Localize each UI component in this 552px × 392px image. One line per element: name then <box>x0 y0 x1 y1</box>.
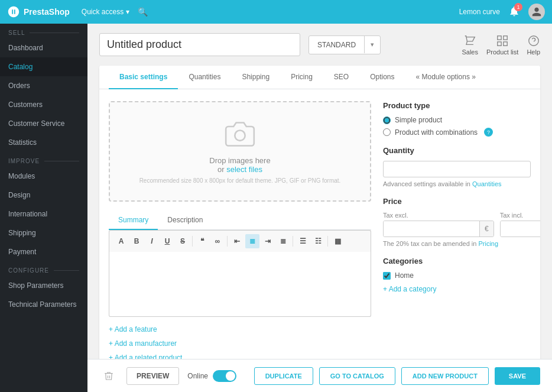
logo[interactable]: PrestaShop <box>7 5 70 18</box>
toolbar-italic[interactable]: I <box>145 234 159 248</box>
tab-basic-settings[interactable]: Basic settings <box>109 66 178 89</box>
help-button[interactable]: Help <box>527 34 540 56</box>
add-manufacturer-link[interactable]: + Add a manufacturer <box>109 339 371 348</box>
sidebar-item-statistics[interactable]: Statistics <box>0 133 87 152</box>
sidebar-item-shipping[interactable]: Shipping <box>0 223 87 242</box>
tax-note: The 20% tax can be amended in Pricing <box>383 240 531 247</box>
user-avatar[interactable] <box>528 4 545 20</box>
home-checkbox[interactable] <box>383 272 391 280</box>
pricing-link[interactable]: Pricing <box>478 240 498 247</box>
product-type-select[interactable]: STANDARD ▾ <box>309 35 381 54</box>
quantities-link[interactable]: Quantities <box>472 180 502 187</box>
tab-pricing[interactable]: Pricing <box>280 66 323 89</box>
toolbar-underline[interactable]: U <box>160 234 174 248</box>
main-content: STANDARD ▾ Sales Product list Help Basic… <box>87 24 552 392</box>
tab-module-options[interactable]: « Module options » <box>405 66 486 89</box>
duplicate-button[interactable]: DUPLICATE <box>254 367 313 385</box>
online-toggle: Online <box>187 370 236 382</box>
bottom-bar-right: DUPLICATE GO TO CATALOG ADD NEW PRODUCT … <box>254 367 540 385</box>
toolbar-justify[interactable]: ≣ <box>276 234 290 248</box>
bottom-bar: PREVIEW Online DUPLICATE GO TO CATALOG A… <box>87 359 552 392</box>
editor-tabs: Summary Description <box>109 211 371 230</box>
sidebar-item-shop-parameters[interactable]: Shop Parameters <box>0 276 87 295</box>
sidebar-item-dashboard[interactable]: Dashboard <box>0 38 87 57</box>
radio-combinations[interactable]: Product with combinations ? <box>383 128 531 137</box>
price-excl-input-wrap: € <box>383 221 494 237</box>
sidebar-item-orders[interactable]: Orders <box>0 76 87 95</box>
product-type-caret[interactable]: ▾ <box>364 36 380 53</box>
toolbar-table[interactable]: ▦ <box>330 234 345 248</box>
price-incl-label: Tax incl. <box>500 212 540 219</box>
product-type-label: STANDARD <box>309 36 364 54</box>
product-title-input[interactable] <box>99 33 300 56</box>
tab-seo[interactable]: SEO <box>323 66 359 89</box>
price-incl-input[interactable] <box>501 221 540 237</box>
image-upload-area[interactable]: Drop images here or select files Recomme… <box>109 101 371 202</box>
add-feature-link[interactable]: + Add a feature <box>109 325 371 333</box>
add-category-link[interactable]: + Add a category <box>383 285 436 293</box>
add-new-product-button[interactable]: ADD NEW PRODUCT <box>401 367 489 385</box>
sidebar-item-design[interactable]: Design <box>0 186 87 205</box>
tab-shipping[interactable]: Shipping <box>231 66 280 89</box>
combinations-tooltip[interactable]: ? <box>484 128 493 137</box>
toolbar-link[interactable]: ∞ <box>210 234 225 248</box>
toolbar-align-center[interactable]: ≣ <box>245 234 259 248</box>
svg-rect-0 <box>498 35 501 39</box>
editor-tab-summary[interactable]: Summary <box>109 211 158 230</box>
feature-links: + Add a feature + Add a manufacturer + A… <box>109 325 371 362</box>
notification-count: 1 <box>514 3 522 11</box>
sidebar-item-customers[interactable]: Customers <box>0 95 87 114</box>
sidebar-item-modules[interactable]: Modules <box>0 167 87 186</box>
sidebar-item-customer-service[interactable]: Customer Service <box>0 114 87 133</box>
online-toggle-switch[interactable] <box>213 370 236 382</box>
toolbar-bold[interactable]: B <box>129 234 144 248</box>
toolbar-font[interactable]: A <box>114 234 128 248</box>
content-left: Drop images here or select files Recomme… <box>109 101 371 362</box>
tab-options[interactable]: Options <box>359 66 405 89</box>
categories-title: Categories <box>383 257 531 265</box>
sidebar-item-catalog[interactable]: Catalog <box>0 57 87 76</box>
sidebar-item-technical-parameters[interactable]: Technical Parameters <box>0 295 87 314</box>
product-header: STANDARD ▾ Sales Product list Help <box>99 33 540 56</box>
radio-simple-product[interactable]: Simple product <box>383 116 531 124</box>
save-button[interactable]: SAVE <box>495 367 540 385</box>
select-files-link[interactable]: select files <box>226 165 262 174</box>
svg-rect-3 <box>504 41 507 45</box>
toolbar-strikethrough[interactable]: S <box>176 234 190 248</box>
svg-point-4 <box>528 35 538 46</box>
categories-section: Categories Home + Add a category <box>383 257 531 293</box>
toolbar-ol[interactable]: ☷ <box>311 234 325 248</box>
price-excl-input[interactable] <box>384 221 479 237</box>
checkbox-home[interactable]: Home <box>383 271 531 280</box>
sidebar: SELL Dashboard Catalog Orders Customers … <box>0 24 87 392</box>
tab-quantities[interactable]: Quantities <box>178 66 231 89</box>
price-incl-field: Tax incl. € <box>500 212 540 237</box>
advanced-settings-text: Advanced settings available in Quantitie… <box>383 180 531 187</box>
go-to-catalog-button[interactable]: GO TO CATALOG <box>319 367 395 385</box>
delete-button[interactable] <box>99 367 118 385</box>
product-type-title: Product type <box>383 101 531 110</box>
editor-body[interactable] <box>109 252 371 317</box>
drop-text: Drop images here or select files <box>209 156 270 174</box>
notification-bell[interactable]: 1 <box>508 5 520 19</box>
toolbar-sep-2 <box>227 236 228 247</box>
sidebar-item-payment[interactable]: Payment <box>0 242 87 261</box>
top-nav: PrestaShop Quick access ▾ 🔍 Lemon curve … <box>0 0 552 24</box>
preview-button[interactable]: PREVIEW <box>126 367 179 385</box>
toolbar-blockquote[interactable]: ❝ <box>195 234 209 248</box>
top-nav-right: Lemon curve 1 <box>459 4 545 20</box>
sales-button[interactable]: Sales <box>462 34 478 56</box>
quantity-input[interactable] <box>383 161 531 177</box>
toolbar-sep-4 <box>327 236 328 247</box>
toolbar-align-left[interactable]: ⇤ <box>230 234 244 248</box>
sidebar-item-international[interactable]: International <box>0 205 87 223</box>
editor-tab-description[interactable]: Description <box>158 211 212 230</box>
toolbar-align-right[interactable]: ⇥ <box>261 234 275 248</box>
search-icon[interactable]: 🔍 <box>138 7 148 17</box>
toolbar-sep-1 <box>192 236 193 247</box>
product-list-button[interactable]: Product list <box>486 34 518 56</box>
quick-access-menu[interactable]: Quick access ▾ <box>82 8 129 16</box>
sell-section-label: SELL <box>0 24 87 38</box>
toolbar-ul[interactable]: ☰ <box>296 234 310 248</box>
price-excl-field: Tax excl. € <box>383 212 494 237</box>
